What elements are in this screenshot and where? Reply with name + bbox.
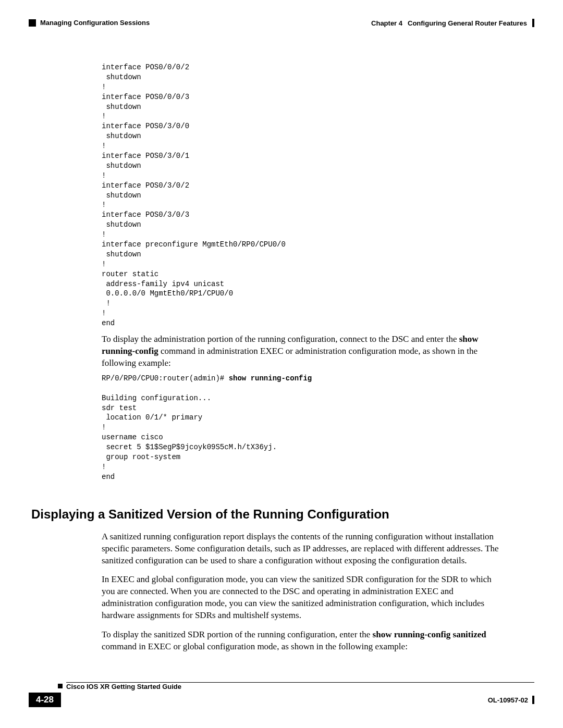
para4-part-c: command in EXEC or global configuration … xyxy=(102,641,408,651)
admin-config-paragraph: To display the administration portion of… xyxy=(102,334,506,369)
page-number-badge: 4-28 xyxy=(29,693,61,707)
doc-id-text: OL-10957-02 xyxy=(488,696,528,704)
section-heading-sanitized: Displaying a Sanitized Version of the Ru… xyxy=(31,507,506,522)
footer-document-id: OL-10957-02 xyxy=(488,696,534,704)
header-left: Managing Configuration Sessions xyxy=(29,19,150,27)
config-output-block-2: RP/0/RP0/CPU0:router(admin)# show runnin… xyxy=(102,374,506,482)
sanitized-para-1: A sanitized running configuration report… xyxy=(102,531,506,567)
footer-guide-title: Cisco IOS XR Getting Started Guide xyxy=(66,683,534,690)
config-output-block-1: interface POS0/0/0/2 shutdown ! interfac… xyxy=(102,63,506,328)
sanitized-para-2: In EXEC and global configuration mode, y… xyxy=(102,574,506,622)
chapter-title: Configuring General Router Features xyxy=(408,19,527,27)
section-breadcrumb: Managing Configuration Sessions xyxy=(40,19,150,27)
footer-divider-icon xyxy=(532,696,534,704)
para1-part-c: command in administration EXEC or admini… xyxy=(102,346,478,368)
header-marker-icon xyxy=(29,19,36,27)
para1-part-a: To display the administration portion of… xyxy=(102,334,459,344)
page-header: Managing Configuration Sessions Chapter … xyxy=(29,19,534,27)
main-content: interface POS0/0/0/2 shutdown ! interfac… xyxy=(102,63,506,653)
sanitized-para-3: To display the sanitized SDR portion of … xyxy=(102,629,506,653)
chapter-number: Chapter 4 xyxy=(371,19,402,27)
header-right: Chapter 4 Configuring General Router Fea… xyxy=(371,19,534,27)
header-divider-icon xyxy=(532,19,534,27)
cli-output: Building configuration... sdr test locat… xyxy=(102,394,277,481)
page-footer: Cisco IOS XR Getting Started Guide 4-28 … xyxy=(29,682,534,707)
show-running-config-sanitized-command: show running-config sanitized xyxy=(373,630,486,639)
cli-command: show running-config xyxy=(229,374,312,382)
footer-row: 4-28 OL-10957-02 xyxy=(29,693,534,707)
cli-prompt: RP/0/RP0/CPU0:router(admin)# xyxy=(102,374,229,382)
para4-part-a: To display the sanitized SDR portion of … xyxy=(102,630,373,639)
